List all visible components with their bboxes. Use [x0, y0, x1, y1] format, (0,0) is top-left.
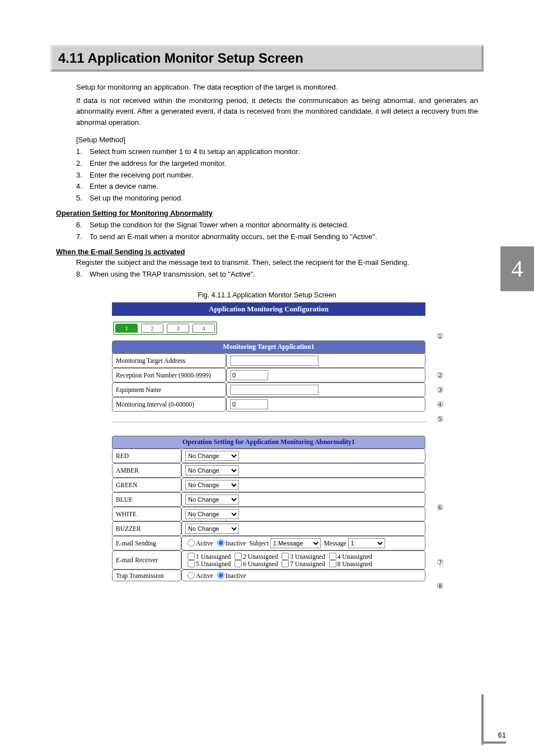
intro-paragraph-2: If data is not received within the monit… — [76, 95, 478, 128]
callout-4: ④ — [437, 400, 444, 409]
receiver-opt: 6 Unassigned — [243, 561, 278, 567]
receiver-5-checkbox[interactable] — [188, 560, 195, 567]
subheading-email-activated: When the E-mail Sending is activated — [56, 248, 478, 256]
receiver-3-checkbox[interactable] — [282, 553, 289, 560]
page-number: 61 — [498, 731, 506, 739]
section-heading: 4.11 Application Monitor Setup Screen — [50, 45, 484, 72]
receiver-8-checkbox[interactable] — [329, 560, 336, 567]
tower-label: BLUE — [112, 492, 181, 507]
figure-caption: Fig. 4.11.1 Application Monitor Setup Sc… — [56, 291, 478, 299]
email-sending-inactive-radio[interactable] — [217, 539, 224, 547]
tab-callout-outline: 1 2 3 4 — [113, 321, 217, 335]
register-text: Register the subject and the message tex… — [76, 258, 478, 267]
steps-list-a: 1.Select from screen number 1 to 4 to se… — [76, 146, 478, 204]
email-subject-select[interactable]: 1:Message — [270, 538, 321, 548]
red-select[interactable]: No Change — [185, 451, 239, 461]
step-item: 7.To send an E-mail when a monitor abnor… — [76, 231, 478, 243]
callout-1: ① — [437, 332, 444, 341]
footer-vertical-rule — [481, 694, 484, 745]
receiver-opt: 8 Unassigned — [338, 561, 372, 567]
receiver-opt: 1 Unassigned — [196, 553, 231, 560]
tower-label: BUZZER — [112, 521, 181, 536]
callout-5: ⑤ — [437, 414, 444, 424]
white-select[interactable]: No Change — [185, 509, 239, 519]
receiver-1-checkbox[interactable] — [188, 553, 195, 560]
step-item: 1.Select from screen number 1 to 4 to se… — [76, 146, 478, 158]
tower-label: GREEN — [112, 478, 181, 492]
equipment-name-input[interactable] — [230, 385, 318, 395]
amber-select[interactable]: No Change — [185, 465, 239, 475]
email-message-select[interactable]: 1: — [348, 538, 385, 548]
trap-inactive-label: Inactive — [226, 572, 246, 579]
intro-paragraph-1: Setup for monitoring an application. The… — [76, 82, 478, 93]
addr-label: Monitoring Target Address — [112, 353, 226, 368]
receiver-opt: 4 Unassigned — [338, 553, 372, 560]
subject-label: Subject — [249, 540, 269, 547]
tower-label: AMBER — [112, 463, 181, 478]
tab-3[interactable]: 3 — [167, 324, 189, 333]
equip-label: Equipment Name — [112, 382, 226, 397]
tower-label: RED — [112, 449, 181, 463]
operation-setting-table: RED No Change AMBER No Change GREEN No C… — [112, 449, 425, 581]
operation-setting-header: Operation Setting for Application Monito… — [112, 436, 425, 449]
step-item: 6.Setup the condition for the Signal Tow… — [76, 220, 478, 231]
interval-label: Monitoring Interval (0-60000) — [112, 397, 226, 412]
trap-active-radio[interactable] — [188, 572, 195, 579]
callout-7: ⑦ — [437, 558, 444, 567]
monitoring-target-address-input[interactable] — [230, 356, 318, 366]
monitoring-target-header: Monitoring Target Application1 — [112, 340, 425, 353]
trap-active-label: Active — [196, 572, 213, 579]
callout-2: ② — [437, 371, 444, 380]
receiver-opt: 7 Unassigned — [290, 561, 325, 567]
email-receiver-label: E-mail Receiver — [112, 550, 181, 570]
receiver-opt: 3 Unassigned — [290, 553, 325, 560]
email-sending-active-radio[interactable] — [188, 539, 195, 547]
receiver-2-checkbox[interactable] — [235, 553, 242, 560]
monitoring-target-table: Monitoring Target Address Reception Port… — [112, 353, 425, 412]
callout-8: ⑧ — [437, 581, 444, 591]
step-item: 2.Enter the address for the targeted mon… — [76, 158, 478, 170]
steps-list-c: 8.When using the TRAP transmission, set … — [76, 269, 478, 281]
monitoring-interval-input[interactable] — [230, 399, 268, 409]
active-label: Active — [196, 540, 213, 547]
green-select[interactable]: No Change — [185, 480, 239, 490]
receiver-opt: 2 Unassigned — [243, 553, 278, 560]
trap-transmission-label: Trap Transmission — [112, 570, 181, 581]
callout-3: ③ — [437, 385, 444, 395]
receiver-4-checkbox[interactable] — [329, 553, 336, 560]
receiver-7-checkbox[interactable] — [282, 560, 289, 567]
reception-port-input[interactable] — [230, 370, 268, 380]
step-item: 8.When using the TRAP transmission, set … — [76, 269, 478, 281]
footer-rule — [484, 741, 506, 744]
separator — [112, 422, 425, 422]
step-item: 3.Enter the receiving port number. — [76, 170, 478, 181]
blue-select[interactable]: No Change — [185, 494, 239, 505]
setup-method-label: [Setup Method] — [76, 136, 478, 144]
receiver-6-checkbox[interactable] — [235, 560, 242, 567]
screenshot-panel: Application Monitoring Configuration 1 2… — [112, 302, 425, 581]
steps-list-b: 6.Setup the condition for the Signal Tow… — [76, 220, 478, 243]
subheading-op-setting: Operation Setting for Monitoring Abnorma… — [56, 209, 478, 217]
port-label: Reception Port Number (9000-9999) — [112, 368, 226, 382]
chapter-thumb-tab: 4 — [500, 246, 534, 291]
tab-1[interactable]: 1 — [115, 324, 138, 333]
screenshot-title: Application Monitoring Configuration — [112, 302, 425, 316]
inactive-label: Inactive — [226, 540, 246, 547]
email-sending-label: E-mail Sending — [112, 536, 181, 550]
message-label: Message — [324, 540, 346, 547]
tab-2[interactable]: 2 — [141, 324, 163, 333]
step-item: 5.Set up the monitoring period. — [76, 193, 478, 204]
tower-label: WHITE — [112, 507, 181, 521]
step-item: 4.Enter a device name. — [76, 181, 478, 193]
receiver-opt: 5 Unassigned — [196, 561, 231, 567]
trap-inactive-radio[interactable] — [217, 572, 224, 579]
buzzer-select[interactable]: No Change — [185, 524, 239, 534]
callout-6: ⑥ — [437, 503, 444, 512]
tab-4[interactable]: 4 — [193, 324, 215, 333]
